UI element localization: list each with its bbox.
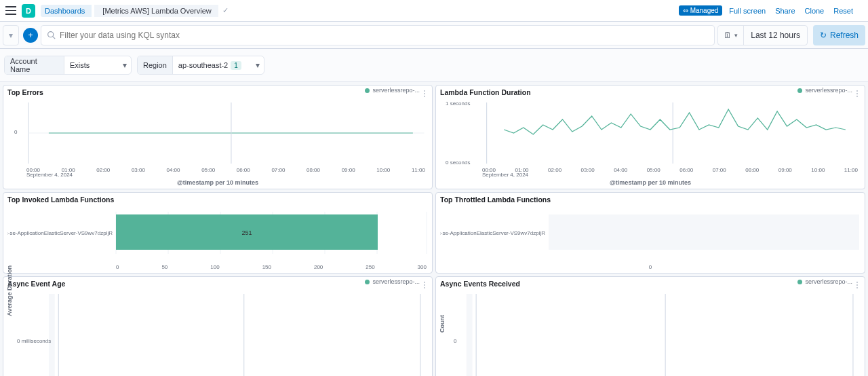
chevron-down-icon: ▾ <box>119 60 131 70</box>
x-tick: 06:00 <box>237 167 250 173</box>
share-link[interactable]: Share <box>775 7 795 15</box>
control-value: ap-southeast-21 <box>173 61 247 69</box>
link-icon: ⇔ <box>683 7 688 14</box>
chart-area: 251 serverlessrepo-elastic-se-Applicatio… <box>7 206 428 264</box>
x-tick: 300 <box>418 264 427 270</box>
x-axis-label: @timestamp per 10 minutes <box>7 179 428 186</box>
chart-area: 0 <box>7 99 428 167</box>
x-tick: 09:00 <box>778 167 792 173</box>
app-logo[interactable]: D <box>22 4 35 18</box>
x-tick: 0 <box>116 264 119 270</box>
x-tick: 04:00 <box>167 167 180 173</box>
x-tick: 03:00 <box>132 167 145 173</box>
y-tick: 0 <box>454 338 456 344</box>
control-account-name[interactable]: Account Name Exists ▾ <box>4 56 132 75</box>
x-tick: 0 <box>440 264 861 270</box>
x-axis-label: @timestamp per 10 minutes <box>440 179 861 186</box>
chevron-down-icon: ▾ <box>252 60 264 70</box>
search-input[interactable] <box>60 31 709 40</box>
search-input-wrapper <box>41 25 715 45</box>
refresh-icon: ↻ <box>820 31 827 40</box>
svg-text:serverlessrepo-elastic-se-Appl: serverlessrepo-elastic-se-ApplicationEla… <box>440 230 545 236</box>
breadcrumb-dashboards[interactable]: Dashboards <box>41 5 92 17</box>
panel-menu-icon[interactable]: ⋯ <box>420 281 429 288</box>
panel-menu-icon[interactable]: ⋯ <box>852 90 862 97</box>
x-tick: 02:00 <box>96 167 110 173</box>
breadcrumb-current: [Metrics AWS] Lambda Overview <box>94 5 218 17</box>
clone-link[interactable]: Clone <box>805 7 825 15</box>
x-ticks: 050100150200250300 <box>7 264 428 270</box>
x-tick: 10:00 <box>811 167 825 173</box>
svg-text:251: 251 <box>241 229 252 236</box>
legend: serverlessrepo-... <box>365 278 420 285</box>
x-tick: 05:00 <box>201 167 215 173</box>
x-tick: 02:00 <box>548 167 561 173</box>
date-subtitle: September 4, 2024 <box>7 172 428 178</box>
nav-menu-icon[interactable] <box>5 5 16 16</box>
x-tick: 04:00 <box>614 167 627 173</box>
x-tick: 10:00 <box>376 167 390 173</box>
panel-title: Top Invoked Lambda Functions <box>7 195 428 204</box>
x-tick: 200 <box>314 264 323 270</box>
chart-area: Average Duration 0 milliseconds <box>7 290 428 376</box>
calendar-icon: 🗓 <box>724 31 732 40</box>
svg-rect-18 <box>549 214 859 250</box>
y-tick: 0 seconds <box>446 159 470 166</box>
svg-text:serverlessrepo-elastic-se-Appl: serverlessrepo-elastic-se-ApplicationEla… <box>7 230 113 236</box>
control-value: Exists <box>64 61 119 69</box>
panel-top-errors: Top Errors ⋯ serverlessrepo-... 0 00:000… <box>3 85 433 189</box>
full-screen-link[interactable]: Full screen <box>729 7 766 15</box>
x-tick: 03:00 <box>581 167 595 173</box>
panel-top-throttled: Top Throttled Lambda Functions serverles… <box>435 192 865 274</box>
x-tick: 07:00 <box>713 167 726 173</box>
reset-link[interactable]: Reset <box>833 7 853 15</box>
y-tick: 1 seconds <box>446 100 470 107</box>
chart-area: serverlessrepo-elastic-se-ApplicationEla… <box>440 206 861 264</box>
panel-async-recv: Async Events Received ⋯ serverlessrepo-.… <box>435 276 865 376</box>
x-tick: 11:00 <box>844 167 858 173</box>
y-tick: 0 <box>14 129 17 135</box>
panel-menu-icon[interactable]: ⋯ <box>420 90 429 97</box>
legend: serverlessrepo-... <box>365 87 420 94</box>
svg-rect-24 <box>467 294 473 376</box>
x-tick: 07:00 <box>271 167 285 173</box>
date-range-picker[interactable]: 🗓▾ Last 12 hours <box>717 25 808 45</box>
saved-query-button[interactable]: ▾ <box>3 25 19 45</box>
panel-title: Top Throttled Lambda Functions <box>440 195 861 204</box>
x-tick: 50 <box>161 264 167 270</box>
chart-area: Count 0 <box>440 290 861 376</box>
x-tick: 06:00 <box>679 167 693 173</box>
x-tick: 11:00 <box>412 167 425 173</box>
search-icon <box>47 31 56 39</box>
panel-menu-icon[interactable]: ⋯ <box>852 281 862 288</box>
chevron-down-icon: ▾ <box>734 32 738 39</box>
panel-top-invoked: Top Invoked Lambda Functions 251 serverl… <box>3 192 433 274</box>
control-region[interactable]: Region ap-southeast-21 ▾ <box>137 56 264 75</box>
y-axis-label: Average Duration <box>6 265 13 316</box>
control-label: Account Name <box>5 56 64 74</box>
svg-point-0 <box>48 32 54 37</box>
x-tick: 08:00 <box>307 167 320 173</box>
x-tick: 150 <box>262 264 271 270</box>
control-label: Region <box>138 56 173 74</box>
panel-duration: Lambda Function Duration ⋯ serverlessrep… <box>435 85 865 189</box>
x-tick: 250 <box>366 264 374 270</box>
managed-badge: ⇔ Managed <box>679 5 723 16</box>
managed-label: Managed <box>690 7 719 14</box>
date-range-text: Last 12 hours <box>744 31 807 40</box>
refresh-label: Refresh <box>830 31 859 40</box>
x-tick: 08:00 <box>745 167 759 173</box>
y-tick: 0 milliseconds <box>17 338 51 344</box>
breadcrumb: Dashboards [Metrics AWS] Lambda Overview <box>41 5 218 17</box>
svg-line-1 <box>53 37 55 39</box>
legend: serverlessrepo-... <box>797 278 852 285</box>
x-tick: 05:00 <box>647 167 660 173</box>
edit-title-icon[interactable]: ✓ <box>222 6 229 15</box>
x-tick: 100 <box>210 264 219 270</box>
count-badge: 1 <box>231 61 241 70</box>
panel-async-age: Async Event Age ⋯ serverlessrepo-... Ave… <box>3 276 433 376</box>
refresh-button[interactable]: ↻ Refresh <box>813 25 865 45</box>
svg-rect-20 <box>49 294 55 376</box>
y-axis-label: Count <box>439 315 446 333</box>
add-filter-button[interactable]: + <box>23 28 38 43</box>
